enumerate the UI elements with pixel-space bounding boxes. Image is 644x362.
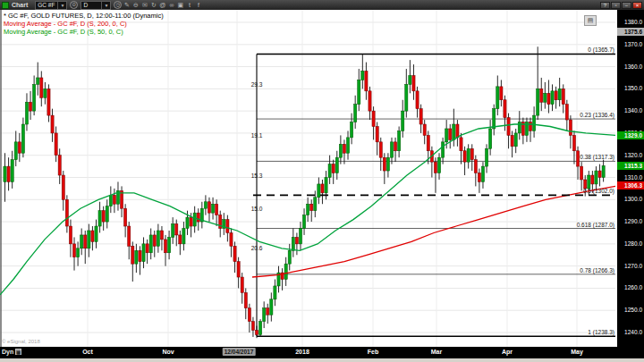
candle-body [500,87,503,100]
candle-body [361,72,364,80]
price-annotation: 15.3 [251,173,263,179]
candlestick-chart[interactable]: 0 (1365.7)0.23 (1336.4)0.38 (1317.3)0.5 … [0,10,617,347]
price-tick-label: 1350.0 [624,85,642,92]
candle-body [354,105,357,122]
app-icon [2,2,9,9]
candle-body [602,165,605,177]
candle-body [131,246,134,264]
candle-body [460,138,462,151]
candle-body [211,204,214,213]
candle-body [142,244,145,262]
candle-body [208,202,210,213]
candle-body [558,88,561,99]
candle-body [72,244,75,257]
candle-body [372,111,375,126]
alerts-icon[interactable]: @ [158,1,166,9]
price-tick-label: 1300.0 [624,196,642,203]
last-price-badge: 1315.3 [617,162,644,170]
time-tick-label: 2018 [295,349,309,355]
candle-body [58,156,61,175]
link-icon[interactable]: ∞ [167,1,175,9]
time-tick-label: Apr [502,349,513,355]
candle-body [572,135,575,150]
candle-body [168,237,171,252]
candle-body [591,175,594,184]
candle-body [343,144,345,153]
time-frame-icon[interactable]: ◷ [114,1,122,9]
price-annotation: 20.6 [251,245,263,251]
candle-body [18,142,21,153]
candle-body [588,175,590,189]
candle-body [470,148,473,159]
candle-body [504,100,506,118]
price-tick-label: 1260.0 [624,284,642,291]
note-icon[interactable]: ✉ [140,1,148,9]
close-button[interactable]: × [632,2,642,9]
dyn-session-button[interactable]: Dyn ▦ [2,349,21,355]
candle-body [580,166,583,180]
symbol-value: GC #F [38,2,55,9]
candle-body [193,213,196,226]
candle-body [537,88,539,115]
chevron-down-icon: ▼ [101,2,108,9]
candle-body [449,129,452,139]
candle-body [302,215,305,229]
candle-body [37,78,39,84]
candle-body [182,229,185,244]
fib-level-label: 0 (1365.7) [588,46,614,54]
facebook-icon[interactable]: f [194,1,202,9]
time-tick-label: Oct [82,349,93,355]
draw-icon[interactable]: ✎ [123,1,131,9]
candle-body [84,235,87,248]
candle-body [485,148,487,166]
candle-body [149,235,152,253]
candle-body [565,105,568,120]
titlebar: Chart GC #F ▼ ⊙ D ▼ ◷✎⊖✉↻@∞▣tf ?▫−× [0,0,644,10]
symbol-dropdown[interactable]: GC #F ▼ [35,1,67,10]
candle-body [507,118,510,136]
calendar-icon: ▦ [15,349,21,355]
candle-body [307,204,309,215]
price-tick-label: 1360.0 [624,63,642,71]
price-tick-label: 1310.0 [624,174,642,181]
candle-body [456,124,459,138]
candle-body [419,109,422,124]
price-annotation: 29.3 [251,81,263,88]
candle-body [95,226,97,241]
candle-body [598,171,601,177]
candle-body [77,248,80,257]
window-bottom-border [0,358,644,362]
symbol-lookup-icon[interactable]: ⊙ [70,1,78,9]
candle-body [416,91,419,109]
candle-body [328,164,331,178]
candle-body [186,217,189,228]
twitter-icon[interactable]: t [185,1,193,9]
candle-body [160,231,163,240]
ma50-value-badge: 1329.0 [617,131,644,139]
ma200-value-badge: 1306.3 [617,181,644,189]
minimize-button[interactable]: − [622,2,631,9]
candle-body [172,224,174,238]
candle-body [358,80,360,104]
candle-body [91,231,94,241]
candle-body [25,102,28,124]
maximize-button[interactable]: ▫ [611,2,621,9]
candle-body [7,166,10,181]
candle-body [576,151,579,166]
interval-dropdown[interactable]: D ▼ [80,1,111,10]
price-tick-label: 1380.0 [624,19,642,26]
candle-body [259,322,262,335]
candle-body [216,204,218,215]
chart-plot-area[interactable]: 0 (1365.7)0.23 (1336.4)0.38 (1317.3)0.5 … [0,10,617,347]
help-button[interactable]: ? [600,2,610,9]
candle-body [376,126,378,141]
refresh-icon[interactable]: ↻ [149,1,157,9]
chart-options-icon[interactable]: ▤ [584,15,597,26]
legend-symbol-line: * GC #F, GOLD FUTURES, D, 12:00-11:00 (D… [4,12,164,20]
price-axis[interactable]: 1380.01370.01360.01350.01340.01330.01320… [617,10,644,358]
time-axis[interactable]: Dyn ▦ OctNov2018FebMarAprMay12/04/2017 [0,347,644,358]
candle-body [153,235,156,246]
eraser-icon[interactable]: ⊖ [131,1,140,9]
candle-body [569,120,572,135]
snapshot-icon[interactable]: ▣ [176,1,184,9]
